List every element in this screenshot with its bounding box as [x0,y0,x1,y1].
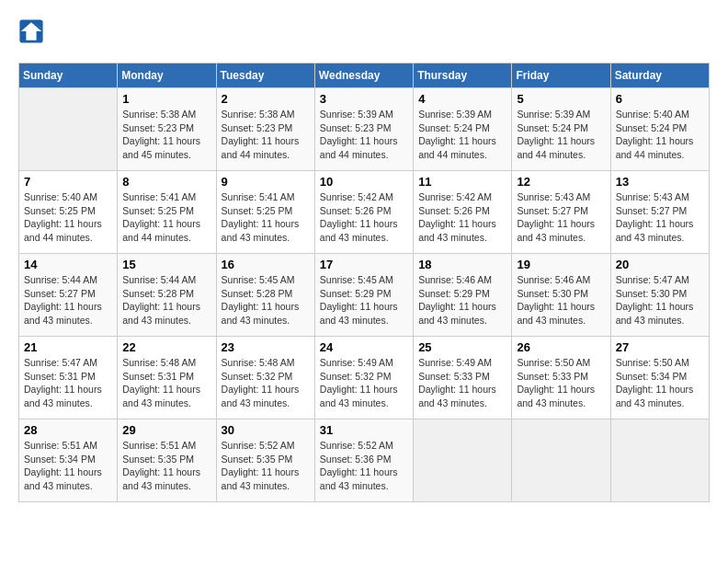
day-number: 14 [24,258,112,271]
day-number: 5 [517,92,605,106]
day-info: Sunrise: 5:48 AM Sunset: 5:31 PM Dayligh… [122,356,210,410]
calendar-cell: 17Sunrise: 5:45 AM Sunset: 5:29 PM Dayli… [314,254,413,337]
day-number: 10 [320,175,408,189]
day-number: 1 [122,92,210,106]
calendar-cell [512,419,610,502]
calendar-cell: 9Sunrise: 5:41 AM Sunset: 5:25 PM Daylig… [216,171,314,254]
calendar-cell: 31Sunrise: 5:52 AM Sunset: 5:36 PM Dayli… [314,419,413,502]
day-number: 8 [122,175,210,189]
calendar-cell: 25Sunrise: 5:49 AM Sunset: 5:33 PM Dayli… [414,337,512,419]
day-info: Sunrise: 5:50 AM Sunset: 5:33 PM Dayligh… [517,356,605,410]
calendar-week-row: 21Sunrise: 5:47 AM Sunset: 5:31 PM Dayli… [19,337,710,419]
calendar-cell: 19Sunrise: 5:46 AM Sunset: 5:30 PM Dayli… [512,254,610,337]
day-info: Sunrise: 5:49 AM Sunset: 5:33 PM Dayligh… [418,356,506,410]
calendar-cell: 14Sunrise: 5:44 AM Sunset: 5:27 PM Dayli… [19,254,118,337]
day-info: Sunrise: 5:41 AM Sunset: 5:25 PM Dayligh… [122,190,210,245]
calendar-cell: 26Sunrise: 5:50 AM Sunset: 5:33 PM Dayli… [512,337,610,419]
calendar-cell [19,88,118,171]
header-sunday: Sunday [19,63,118,88]
header-thursday: Thursday [414,63,512,88]
day-number: 12 [517,175,605,189]
day-info: Sunrise: 5:43 AM Sunset: 5:27 PM Dayligh… [616,190,704,245]
day-info: Sunrise: 5:44 AM Sunset: 5:27 PM Dayligh… [24,273,112,327]
calendar-cell: 5Sunrise: 5:39 AM Sunset: 5:24 PM Daylig… [512,88,610,171]
calendar-cell [610,419,709,502]
calendar-cell: 22Sunrise: 5:48 AM Sunset: 5:31 PM Dayli… [118,337,216,419]
day-info: Sunrise: 5:51 AM Sunset: 5:34 PM Dayligh… [24,439,112,493]
day-info: Sunrise: 5:52 AM Sunset: 5:35 PM Dayligh… [222,439,310,493]
day-number: 11 [418,175,506,189]
header-saturday: Saturday [610,63,709,88]
day-number: 21 [24,340,112,354]
day-number: 13 [616,175,704,189]
calendar-cell: 23Sunrise: 5:48 AM Sunset: 5:32 PM Dayli… [216,337,314,419]
page-container: SundayMondayTuesdayWednesdayThursdayFrid… [18,18,710,502]
calendar-cell: 29Sunrise: 5:51 AM Sunset: 5:35 PM Dayli… [118,419,216,502]
day-number: 16 [222,258,310,271]
day-number: 26 [517,340,605,354]
day-info: Sunrise: 5:50 AM Sunset: 5:34 PM Dayligh… [616,356,704,410]
calendar-cell: 13Sunrise: 5:43 AM Sunset: 5:27 PM Dayli… [610,171,709,254]
day-info: Sunrise: 5:46 AM Sunset: 5:30 PM Dayligh… [517,273,605,327]
calendar-week-row: 14Sunrise: 5:44 AM Sunset: 5:27 PM Dayli… [19,254,710,337]
day-info: Sunrise: 5:39 AM Sunset: 5:23 PM Dayligh… [320,108,408,162]
calendar-cell: 6Sunrise: 5:40 AM Sunset: 5:24 PM Daylig… [610,88,709,171]
calendar-cell [414,419,512,502]
calendar-cell: 24Sunrise: 5:49 AM Sunset: 5:32 PM Dayli… [314,337,413,419]
day-info: Sunrise: 5:46 AM Sunset: 5:29 PM Dayligh… [418,273,506,327]
day-info: Sunrise: 5:44 AM Sunset: 5:28 PM Dayligh… [122,273,210,327]
day-number: 28 [24,423,112,437]
day-number: 9 [222,175,310,189]
calendar-table: SundayMondayTuesdayWednesdayThursdayFrid… [18,63,710,502]
calendar-week-row: 7Sunrise: 5:40 AM Sunset: 5:25 PM Daylig… [19,171,710,254]
day-info: Sunrise: 5:51 AM Sunset: 5:35 PM Dayligh… [122,439,210,493]
generalblue-logo-icon [18,18,44,44]
logo [18,18,48,44]
day-number: 22 [122,340,210,354]
day-number: 23 [222,340,310,354]
calendar-week-row: 1Sunrise: 5:38 AM Sunset: 5:23 PM Daylig… [19,88,710,171]
day-info: Sunrise: 5:40 AM Sunset: 5:25 PM Dayligh… [24,190,112,245]
day-number: 29 [122,423,210,437]
day-number: 7 [24,175,112,189]
calendar-cell: 20Sunrise: 5:47 AM Sunset: 5:30 PM Dayli… [610,254,709,337]
day-number: 4 [418,92,506,106]
calendar-cell: 1Sunrise: 5:38 AM Sunset: 5:23 PM Daylig… [118,88,216,171]
day-info: Sunrise: 5:45 AM Sunset: 5:29 PM Dayligh… [320,273,408,327]
calendar-cell: 4Sunrise: 5:39 AM Sunset: 5:24 PM Daylig… [414,88,512,171]
header-tuesday: Tuesday [216,63,314,88]
calendar-cell: 2Sunrise: 5:38 AM Sunset: 5:23 PM Daylig… [216,88,314,171]
day-info: Sunrise: 5:42 AM Sunset: 5:26 PM Dayligh… [320,190,408,245]
calendar-cell: 28Sunrise: 5:51 AM Sunset: 5:34 PM Dayli… [19,419,118,502]
day-info: Sunrise: 5:43 AM Sunset: 5:27 PM Dayligh… [517,190,605,245]
calendar-cell: 27Sunrise: 5:50 AM Sunset: 5:34 PM Dayli… [610,337,709,419]
calendar-cell: 15Sunrise: 5:44 AM Sunset: 5:28 PM Dayli… [118,254,216,337]
header-friday: Friday [512,63,610,88]
day-info: Sunrise: 5:47 AM Sunset: 5:31 PM Dayligh… [24,356,112,410]
day-info: Sunrise: 5:38 AM Sunset: 5:23 PM Dayligh… [122,108,210,162]
calendar-header-row: SundayMondayTuesdayWednesdayThursdayFrid… [19,63,710,88]
day-number: 25 [418,340,506,354]
day-number: 31 [320,423,408,437]
day-info: Sunrise: 5:39 AM Sunset: 5:24 PM Dayligh… [517,108,605,162]
calendar-cell: 12Sunrise: 5:43 AM Sunset: 5:27 PM Dayli… [512,171,610,254]
calendar-cell: 3Sunrise: 5:39 AM Sunset: 5:23 PM Daylig… [314,88,413,171]
calendar-cell: 8Sunrise: 5:41 AM Sunset: 5:25 PM Daylig… [118,171,216,254]
calendar-cell: 11Sunrise: 5:42 AM Sunset: 5:26 PM Dayli… [414,171,512,254]
day-number: 2 [222,92,310,106]
day-info: Sunrise: 5:48 AM Sunset: 5:32 PM Dayligh… [222,356,310,410]
day-number: 19 [517,258,605,271]
calendar-cell: 21Sunrise: 5:47 AM Sunset: 5:31 PM Dayli… [19,337,118,419]
day-info: Sunrise: 5:42 AM Sunset: 5:26 PM Dayligh… [418,190,506,245]
header-wednesday: Wednesday [314,63,413,88]
day-info: Sunrise: 5:47 AM Sunset: 5:30 PM Dayligh… [616,273,704,327]
calendar-cell: 16Sunrise: 5:45 AM Sunset: 5:28 PM Dayli… [216,254,314,337]
day-number: 20 [616,258,704,271]
day-number: 24 [320,340,408,354]
day-number: 30 [222,423,310,437]
day-number: 3 [320,92,408,106]
day-number: 17 [320,258,408,271]
day-number: 6 [616,92,704,106]
calendar-cell: 7Sunrise: 5:40 AM Sunset: 5:25 PM Daylig… [19,171,118,254]
day-number: 27 [616,340,704,354]
